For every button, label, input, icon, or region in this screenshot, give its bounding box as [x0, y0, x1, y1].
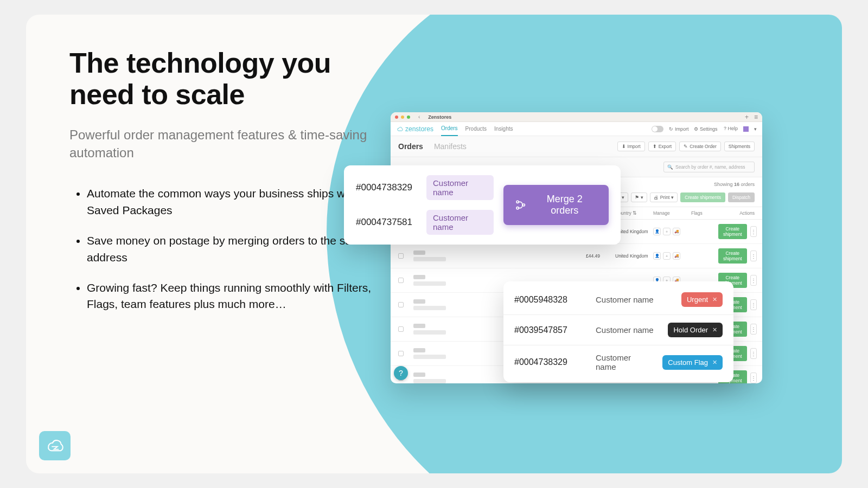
manage-cell: 👤 + 🚚 [653, 228, 691, 235]
th-actions: Actions [718, 210, 755, 216]
topbar: zenstores Orders Products Insights ↻ Imp… [391, 122, 762, 136]
tab-manifests[interactable]: Manifests [434, 142, 467, 151]
th-manage: Manage [653, 210, 691, 216]
row-actions-button[interactable]: ⋮ [750, 251, 757, 261]
th-country[interactable]: Country ⇅ [615, 210, 653, 216]
order-skeleton [413, 348, 489, 359]
flag-pill[interactable]: Hold Order ✕ [668, 323, 723, 337]
country-cell: United Kingdom [615, 253, 653, 259]
back-icon[interactable]: ‹ [418, 114, 420, 120]
row-checkbox[interactable] [398, 326, 404, 332]
apps-icon[interactable] [743, 126, 749, 132]
flag-order-id: #0005948328 [514, 295, 585, 305]
sub-import-button[interactable]: ⬇ Import [617, 142, 645, 151]
bullet-item: Save money on postage by merging orders … [87, 233, 373, 266]
sub-export-button[interactable]: ⬆ Export [648, 142, 676, 151]
row-checkbox[interactable] [398, 351, 404, 356]
truck-icon[interactable]: 🚚 [673, 252, 680, 260]
flag-pill[interactable]: Urgent ✕ [681, 292, 723, 307]
merge-orders-button[interactable]: Merge 2 orders [503, 185, 609, 225]
tab-orders[interactable]: Orders [398, 142, 423, 151]
truck-icon[interactable]: 🚚 [673, 228, 680, 235]
top-settings[interactable]: ⚙ Settings [694, 126, 717, 132]
flag-pill[interactable]: Custom Flag ✕ [662, 355, 723, 370]
row-actions-button[interactable]: ⋮ [750, 373, 757, 383]
flag-dropdown[interactable]: ⚑ ▾ [631, 192, 647, 202]
window-chrome: ‹ Zenstores + ≡ [391, 112, 762, 122]
th-flags: Flags [691, 210, 718, 216]
flag-row: #0005948328 Customer name Urgent ✕ [503, 285, 733, 315]
dispatch-button[interactable]: Dispatch [728, 192, 755, 202]
flag-customer: Customer name [596, 353, 652, 371]
row-actions-button[interactable]: ⋮ [750, 299, 757, 310]
row-actions-button[interactable]: ⋮ [750, 324, 757, 335]
table-row: £44.49 United Kingdom 👤 + 🚚 Create shipm… [391, 244, 762, 268]
order-skeleton [413, 373, 489, 383]
svg-point-0 [516, 201, 519, 203]
cloud-icon [44, 438, 66, 453]
bullet-item: Automate the common ways your business s… [87, 185, 373, 219]
close-icon[interactable]: ✕ [712, 326, 717, 333]
total-cell: £44.49 [586, 253, 615, 259]
flag-order-id: #0039547857 [514, 325, 585, 335]
svg-point-2 [522, 204, 525, 206]
top-import[interactable]: ↻ Import [669, 126, 688, 132]
flag-label: Custom Flag [668, 358, 708, 367]
flag-label: Urgent [687, 296, 708, 304]
close-icon[interactable]: ✕ [712, 296, 717, 303]
row-actions-button[interactable]: ⋮ [750, 226, 757, 237]
order-skeleton [413, 251, 489, 261]
subheadline: Powerful order management features & tim… [69, 126, 373, 162]
traffic-max-icon[interactable] [407, 115, 410, 119]
brand-label: zenstores [405, 125, 433, 133]
theme-toggle[interactable] [652, 126, 663, 132]
nav-products[interactable]: Products [465, 122, 487, 136]
merge-icon [515, 200, 526, 210]
search-input[interactable]: 🔍 Search by order #, name, address [663, 162, 755, 172]
customer-pill: Customer name [426, 210, 494, 235]
plus-icon[interactable]: + [663, 228, 671, 235]
shipments-button[interactable]: Shipments [724, 142, 755, 151]
flags-card: #0005948328 Customer name Urgent ✕ #0039… [503, 281, 733, 382]
print-button[interactable]: 🖨 Print ▾ [650, 192, 678, 202]
top-help[interactable]: ？Help [723, 125, 738, 132]
flag-customer: Customer name [596, 295, 671, 304]
flag-customer: Customer name [596, 325, 657, 335]
user-icon[interactable]: 👤 [653, 252, 661, 260]
traffic-close-icon[interactable] [395, 115, 398, 119]
flag-row: #0004738329 Customer name Custom Flag ✕ [503, 345, 733, 379]
chrome-menu-icon[interactable]: ≡ [754, 113, 758, 121]
order-skeleton [413, 324, 489, 335]
create-order-button[interactable]: ✎ Create Order [679, 142, 721, 151]
brand-logo [39, 431, 71, 460]
customer-pill: Customer name [426, 175, 494, 200]
help-fab[interactable]: ? [394, 366, 408, 380]
merge-order-row: #0004737581 Customer name [356, 210, 494, 235]
row-actions-button[interactable]: ⋮ [750, 275, 757, 286]
create-shipment-button[interactable]: Create shipment [718, 248, 747, 264]
chevron-down-icon[interactable]: ▾ [754, 126, 757, 132]
search-icon: 🔍 [667, 164, 673, 170]
nav-orders[interactable]: Orders [441, 121, 458, 136]
bullet-item: Growing fast? Keep things running smooth… [87, 280, 373, 313]
row-checkbox[interactable] [398, 278, 404, 283]
nav-insights[interactable]: Insights [494, 122, 513, 136]
row-checkbox[interactable] [398, 253, 404, 259]
merge-card: #0004738329 Customer name #0004737581 Cu… [344, 165, 621, 245]
plus-icon[interactable]: + [663, 252, 671, 260]
merge-order-row: #0004738329 Customer name [356, 175, 494, 200]
create-shipments-button[interactable]: Create shipments [680, 192, 725, 202]
row-checkbox[interactable] [398, 302, 404, 307]
create-shipment-button[interactable]: Create shipment [718, 224, 747, 239]
user-icon[interactable]: 👤 [653, 228, 661, 235]
close-icon[interactable]: ✕ [712, 359, 717, 366]
row-actions-button[interactable]: ⋮ [750, 348, 757, 359]
merge-button-label: Merge 2 orders [532, 194, 597, 216]
manage-cell: 👤 + 🚚 [653, 252, 691, 260]
country-cell: United Kingdom [615, 229, 653, 234]
traffic-min-icon[interactable] [401, 115, 404, 119]
flag-label: Hold Order [673, 326, 708, 334]
brand-text[interactable]: zenstores [396, 125, 433, 133]
chrome-plus-icon[interactable]: + [745, 113, 749, 121]
order-skeleton [413, 299, 489, 310]
